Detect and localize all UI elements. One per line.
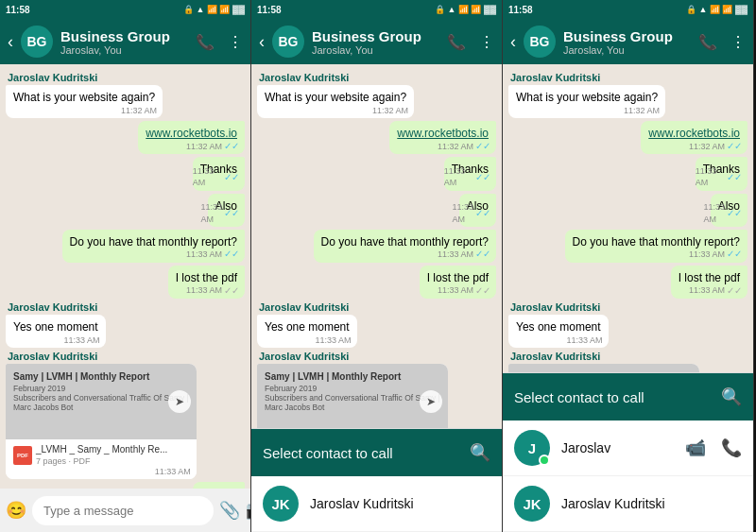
- doc-bubble: Samy | LVMH | Monthly Report February 20…: [6, 364, 197, 479]
- bubble-time: 11:33 AM✓✓: [689, 284, 742, 298]
- panel-3: 11:58 🔒 ▲ 📶 📶 ▓▓ ‹ BG Business Group Jar…: [503, 0, 754, 532]
- msg-row: Also 11:33 AM✓✓: [508, 194, 747, 227]
- emoji-button[interactable]: 😊: [6, 500, 26, 521]
- bubble-time: 11:32 AM: [372, 105, 408, 116]
- bubble-incoming: Yes one moment 11:33 AM: [6, 315, 106, 348]
- bubble-outgoing: Thanks 11:33 AM✓✓: [193, 482, 245, 489]
- msg-row: Do you have that monthly report? 11:33 A…: [6, 230, 245, 263]
- contact-avatar-j3: J: [514, 430, 550, 466]
- doc-bubble-3: Samy | LVMH | Monthly Report February 20…: [508, 364, 699, 372]
- contact-select-header-2: Select contact to call 🔍: [251, 429, 502, 476]
- contact-select-header-3: Select contact to call 🔍: [503, 373, 753, 420]
- bubble-time: 11:33 AM✓✓: [438, 284, 490, 298]
- header-actions-3: 📞 ⋮: [698, 33, 746, 51]
- sender-name: Jaroslav Kudritski: [508, 301, 600, 313]
- doc-name: _LVMH _ Samy _ Monthly Re...: [36, 444, 167, 455]
- bubble-outgoing: Do you have that monthly report? 11:33 A…: [62, 230, 245, 263]
- msg-row: I lost the pdf 11:33 AM✓✓: [508, 266, 747, 299]
- back-button-1[interactable]: ‹: [8, 32, 13, 52]
- status-icons-1: 🔒 ▲ 📶 📶 ▓▓: [183, 5, 245, 14]
- doc-sub: February 2019Subscribers and Conversatio…: [265, 384, 440, 412]
- bubble-time: 11:33 AM✓✓: [200, 201, 239, 224]
- bubble-outgoing: www.rocketbots.io 11:32 AM✓✓: [389, 121, 496, 154]
- contact-select-title-3: Select contact to call: [514, 389, 644, 405]
- contact-select-overlay-3: Select contact to call 🔍 J Jaroslav 📹 📞 …: [503, 372, 753, 532]
- chat-body-3: Jaroslav Kudritski What is your website …: [503, 64, 753, 372]
- more-button-1[interactable]: ⋮: [228, 33, 243, 51]
- contact-item-jaroslav-3[interactable]: J Jaroslav 📹 📞: [503, 420, 753, 476]
- doc-preview: Samy | LVMH | Monthly Report February 20…: [6, 364, 197, 439]
- search-icon-2[interactable]: 🔍: [470, 442, 490, 463]
- message-input[interactable]: [32, 496, 214, 525]
- sender-name: Jaroslav Kudritski: [257, 72, 349, 83]
- sender-name: Jaroslav Kudritski: [508, 72, 600, 83]
- more-button-2[interactable]: ⋮: [479, 33, 494, 51]
- lock-icon-2: 🔒: [435, 5, 445, 14]
- bubble-incoming: Yes one moment 11:33 AM: [257, 315, 357, 348]
- doc-footer: PDF _LVMH _ Samy _ Monthly Re... 7 pages…: [6, 439, 197, 479]
- group-sub-3: Jaroslav, You: [563, 44, 691, 56]
- msg-row: Jaroslav Kudritski Samy | LVMH | Monthly…: [6, 351, 245, 479]
- pdf-icon: PDF: [13, 446, 32, 465]
- bubble-outgoing: Thanks 11:33 AM✓✓: [193, 157, 245, 190]
- doc-sub: February 2019Subscribers and Conversatio…: [13, 384, 189, 412]
- time-3: 11:58: [508, 5, 533, 15]
- bubble-time: 11:32 AM: [624, 105, 660, 116]
- back-button-3[interactable]: ‹: [510, 32, 516, 52]
- contact-avatar-jaroslav: JK: [263, 486, 299, 522]
- bubble-outgoing: Also 11:33 AM✓✓: [208, 194, 245, 227]
- chat-body-2: Jaroslav Kudritski What is your website …: [251, 64, 502, 428]
- doc-title: Samy | LVMH | Monthly Report: [13, 371, 189, 382]
- bubble-time: 11:32 AM: [121, 105, 157, 116]
- attach-button[interactable]: 📎: [219, 500, 240, 521]
- bubble-outgoing: I lost the pdf 11:33 AM✓✓: [671, 266, 747, 299]
- msg-row: Jaroslav Kudritski Yes one moment 11:33 …: [257, 301, 496, 348]
- bubble-outgoing: www.rocketbots.io 11:32 AM✓✓: [641, 121, 747, 154]
- sender-name: Jaroslav Kudritski: [6, 351, 97, 362]
- doc-bubble: Samy | LVMH | Monthly Report February 20…: [257, 364, 448, 428]
- msg-row: Jaroslav Kudritski What is your website …: [257, 72, 496, 118]
- header-info-1: Business Group Jaroslav, You: [60, 28, 188, 56]
- search-icon-3[interactable]: 🔍: [721, 386, 742, 407]
- msg-row: Jaroslav Kudritski Samy | LVMH | Monthly…: [508, 351, 747, 372]
- bubble-incoming: What is your website again? 11:32 AM: [6, 85, 163, 118]
- msg-row: www.rocketbots.io 11:32 AM✓✓: [508, 121, 747, 154]
- call-button-1[interactable]: 📞: [196, 33, 215, 51]
- voice-call-button[interactable]: 📞: [721, 438, 742, 458]
- bubble-outgoing: Thanks 11:33 AM✓✓: [444, 157, 496, 190]
- contact-select-overlay-2: Select contact to call 🔍 JK Jaroslav Kud…: [251, 428, 502, 532]
- group-sub-1: Jaroslav, You: [60, 44, 188, 56]
- call-button-3[interactable]: 📞: [698, 33, 717, 51]
- online-indicator: [539, 455, 550, 466]
- lock-icon: 🔒: [183, 5, 194, 14]
- contact-item-jk3[interactable]: JK Jaroslav Kudritski: [503, 476, 753, 532]
- msg-row: Also 11:33 AM✓✓: [257, 194, 496, 227]
- msg-row: Do you have that monthly report? 11:33 A…: [508, 230, 747, 263]
- bubble-time: 11:33 AM✓✓: [186, 248, 239, 261]
- sender-name: Jaroslav Kudritski: [6, 72, 97, 83]
- bubble-time: 11:33 AM✓✓: [438, 248, 490, 261]
- sender-name: Jaroslav Kudritski: [257, 351, 349, 362]
- bubble-outgoing: Do you have that monthly report? 11:33 A…: [565, 230, 747, 263]
- contact-item-jaroslav[interactable]: JK Jaroslav Kudritski: [251, 476, 502, 532]
- back-button-2[interactable]: ‹: [259, 32, 265, 52]
- sender-name: Jaroslav Kudritski: [6, 301, 97, 313]
- forward-button[interactable]: ➤: [168, 390, 191, 413]
- bubble-time: 11:33 AM✓✓: [186, 284, 239, 298]
- bubble-time: 11:33 AM✓✓: [452, 201, 490, 224]
- status-icons-2: 🔒 ▲ 📶 📶 ▓▓: [435, 5, 496, 14]
- call-button-2[interactable]: 📞: [447, 33, 466, 51]
- msg-row: Also 11:33 AM✓✓: [6, 194, 245, 227]
- bubble-outgoing: Thanks 11:33 AM✓✓: [696, 157, 747, 190]
- signal-icons: ▲ 📶 📶 ▓▓: [196, 5, 245, 14]
- bubble-time: 11:32 AM✓✓: [186, 140, 239, 153]
- contact-call-icons: 📹 📞: [685, 438, 742, 458]
- group-sub-2: Jaroslav, You: [312, 44, 439, 56]
- forward-button-2[interactable]: ➤: [420, 390, 442, 413]
- contact-name-j3: Jaroslav: [561, 440, 610, 455]
- bubble-incoming: Yes one moment 11:33 AM: [508, 315, 609, 348]
- video-call-button[interactable]: 📹: [685, 438, 706, 458]
- more-button-3[interactable]: ⋮: [730, 33, 746, 51]
- bubble-time: 11:32 AM✓✓: [438, 140, 490, 153]
- doc-title-3: Samy | LVMH | Monthly Report: [516, 371, 692, 372]
